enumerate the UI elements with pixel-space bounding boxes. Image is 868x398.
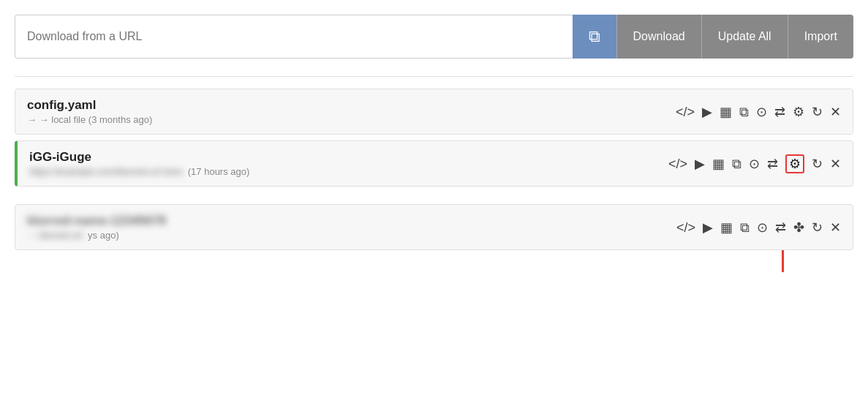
play-icon[interactable]: ▶ <box>702 105 712 119</box>
refresh-icon[interactable]: ↻ <box>812 157 823 170</box>
refresh-icon[interactable]: ↻ <box>812 221 823 234</box>
item-info: blurred-name-12345678 → blurred-url ys a… <box>27 214 676 241</box>
top-divider <box>15 76 853 77</box>
item-info: iGG-iGuge https://example.com/blurred-ur… <box>29 150 668 177</box>
item-sub: https://example.com/blurred-url-here (17… <box>29 166 668 177</box>
switch-icon[interactable]: ⇄ <box>775 221 786 234</box>
code-icon[interactable]: </> <box>676 105 695 119</box>
close-icon[interactable]: ✕ <box>830 221 841 234</box>
grid-icon[interactable]: ▦ <box>712 157 725 170</box>
copy-icon[interactable]: ⧉ <box>739 105 749 119</box>
copy-icon[interactable]: ⧉ <box>740 221 750 234</box>
url-input[interactable] <box>15 15 573 59</box>
download-button[interactable]: Download <box>616 15 701 59</box>
copy-url-button[interactable]: ⧉ <box>573 15 616 59</box>
close-icon[interactable]: ✕ <box>830 157 841 170</box>
gear-icon-highlighted[interactable]: ⚙ <box>785 154 804 173</box>
copy-icon: ⧉ <box>589 27 600 46</box>
blurred-sub: → blurred-url <box>27 230 83 241</box>
globe-icon[interactable]: ⊙ <box>757 221 768 234</box>
item-name: iGG-iGuge <box>29 150 668 165</box>
item-sub: → blurred-url ys ago) <box>27 230 676 241</box>
list-container: config.yaml → → local file (3 months ago… <box>15 89 853 256</box>
blurred-name: blurred-name-12345678 <box>27 214 166 228</box>
item-actions: </> ▶ ▦ ⧉ ⊙ ⇄ ⚙ ↻ ✕ <box>668 154 841 173</box>
grid-icon[interactable]: ▦ <box>720 105 732 119</box>
list-item: config.yaml → → local file (3 months ago… <box>15 89 853 135</box>
gear-icon[interactable]: ✤ <box>793 221 804 234</box>
sub-arrow: → <box>27 114 39 125</box>
item-actions: </> ▶ ▦ ⧉ ⊙ ⇄ ✤ ↻ ✕ <box>676 221 841 234</box>
top-bar: ⧉ Download Update All Import <box>15 15 853 59</box>
globe-icon[interactable]: ⊙ <box>756 105 767 119</box>
item-sub: → → local file (3 months ago) <box>27 114 676 125</box>
play-icon[interactable]: ▶ <box>695 157 705 170</box>
import-button[interactable]: Import <box>788 15 853 59</box>
refresh-icon[interactable]: ↻ <box>812 105 823 119</box>
list-item: blurred-name-12345678 → blurred-url ys a… <box>15 204 853 250</box>
item-name: blurred-name-12345678 <box>27 214 676 228</box>
blurred-url: https://example.com/blurred-url-here <box>29 166 183 177</box>
play-icon[interactable]: ▶ <box>703 221 713 234</box>
close-icon[interactable]: ✕ <box>830 105 841 119</box>
globe-icon[interactable]: ⊙ <box>749 157 760 170</box>
sub-time: (17 hours ago) <box>185 166 249 177</box>
gear-icon[interactable]: ⚙ <box>793 105 804 119</box>
copy-icon[interactable]: ⧉ <box>732 157 741 170</box>
items-list: config.yaml → → local file (3 months ago… <box>15 89 853 256</box>
sub-time: (3 months ago) <box>88 114 152 125</box>
code-icon[interactable]: </> <box>676 221 695 234</box>
grid-icon[interactable]: ▦ <box>720 221 733 234</box>
item-actions: </> ▶ ▦ ⧉ ⊙ ⇄ ⚙ ↻ ✕ <box>676 105 841 119</box>
update-all-button[interactable]: Update All <box>701 15 788 59</box>
switch-icon[interactable]: ⇄ <box>767 157 778 170</box>
item-info: config.yaml → → local file (3 months ago… <box>27 98 676 125</box>
sub-prefix: → local file <box>39 114 86 125</box>
list-item: iGG-iGuge https://example.com/blurred-ur… <box>15 140 853 187</box>
switch-icon[interactable]: ⇄ <box>774 105 785 119</box>
sub-time: ys ago) <box>85 230 118 241</box>
item-name: config.yaml <box>27 98 676 113</box>
code-icon[interactable]: </> <box>668 157 687 170</box>
